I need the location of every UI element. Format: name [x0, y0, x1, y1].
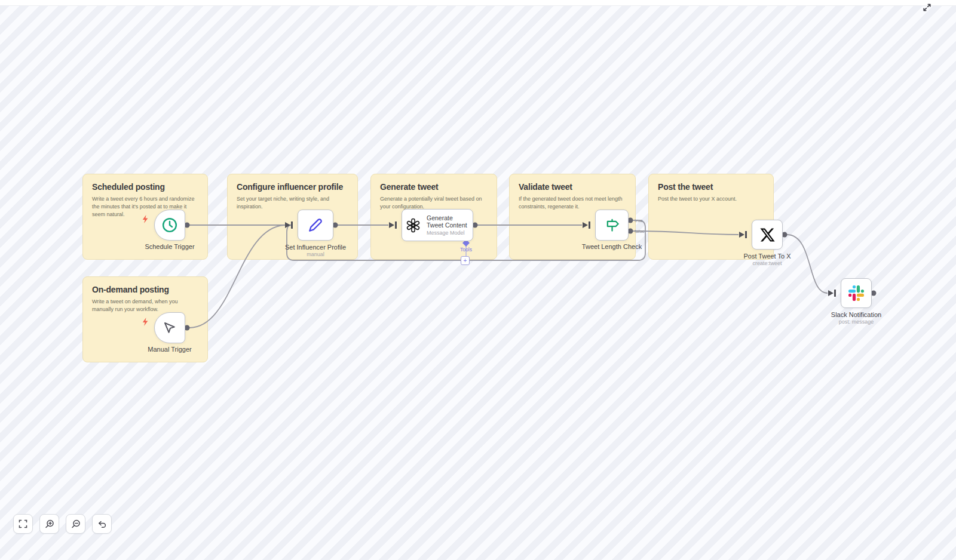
undo-icon	[97, 519, 107, 529]
zoom-in-icon	[45, 519, 54, 529]
node-label-set-influencer-profile: Set Influencer Profile	[265, 244, 366, 251]
clock-icon	[161, 217, 178, 233]
maximize-icon	[923, 3, 932, 12]
node-label-tweet-length-check: Tweet Length Check	[561, 243, 663, 250]
add-tool-button[interactable]: +	[461, 256, 470, 265]
node-generate-tweet-content[interactable]: Generate Tweet Content Message Model	[402, 209, 473, 241]
trigger-bolt-icon	[142, 318, 148, 328]
undo-button[interactable]	[92, 514, 112, 534]
node-tweet-length-check[interactable]	[595, 210, 629, 241]
node-subtitle: Message Model	[427, 230, 470, 236]
workflow-canvas[interactable]: Scheduled posting Write a tweet every 6 …	[0, 6, 956, 560]
openai-icon	[405, 217, 421, 233]
mouse-pointer-icon	[163, 321, 177, 335]
node-slack-notification[interactable]	[841, 278, 872, 308]
canvas-controls	[13, 514, 112, 534]
output-label-true: true	[635, 218, 643, 223]
fit-view-button[interactable]	[13, 514, 33, 534]
node-label-slack-notification: Slack Notification	[805, 311, 907, 318]
zoom-out-button[interactable]	[66, 514, 85, 534]
node-label-generate-tweet-content: Generate Tweet Content	[427, 214, 470, 229]
node-label-schedule-trigger: Schedule Trigger	[119, 243, 220, 250]
zoom-in-button[interactable]	[39, 514, 59, 534]
top-bar	[0, 0, 956, 6]
x-logo-icon	[759, 227, 776, 243]
node-subtitle: manual	[265, 251, 366, 257]
tools-connector-label: Tools	[448, 247, 484, 253]
node-subtitle: post: message	[805, 319, 907, 325]
node-post-tweet-to-x[interactable]	[752, 220, 783, 250]
trigger-bolt-icon	[142, 215, 148, 226]
expand-canvas-button[interactable]	[920, 1, 933, 14]
pen-icon	[308, 217, 323, 233]
node-schedule-trigger[interactable]	[154, 210, 185, 241]
node-label-manual-trigger: Manual Trigger	[119, 346, 220, 353]
node-subtitle: create:tweet	[716, 260, 818, 266]
output-label-false: false	[635, 229, 645, 234]
connection-wires	[0, 6, 956, 560]
slack-icon	[848, 285, 864, 301]
workflow-editor: Scheduled posting Write a tweet every 6 …	[0, 0, 956, 560]
node-manual-trigger[interactable]	[154, 312, 185, 343]
signpost-icon	[604, 217, 620, 233]
node-set-influencer-profile[interactable]	[298, 210, 333, 241]
node-label-post-tweet-to-x: Post Tweet To X	[716, 253, 818, 260]
fit-view-icon	[19, 519, 27, 528]
zoom-out-icon	[71, 519, 81, 529]
